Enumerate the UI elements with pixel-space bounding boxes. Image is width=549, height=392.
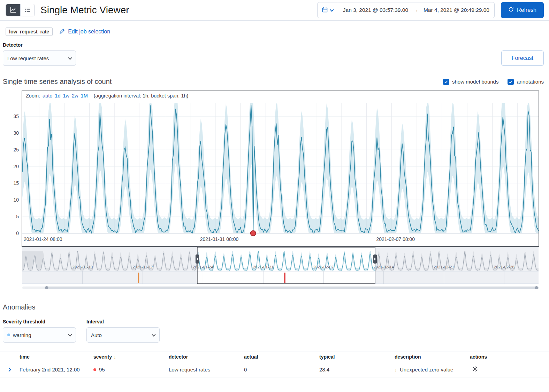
context-tick-label: 2021-02-28	[494, 265, 514, 269]
checkbox-checked-icon	[443, 79, 449, 85]
context-tick-label: 2021-01-10	[72, 265, 93, 269]
checkbox-checked-icon	[508, 79, 514, 85]
y-axis-tick-label: 20	[13, 164, 19, 169]
chart-view-button[interactable]	[6, 4, 20, 16]
table-header-typical[interactable]: typical	[317, 352, 392, 362]
context-tick-label: 2021-02-07	[313, 265, 334, 269]
severity-threshold-label: Severity threshold	[3, 319, 76, 324]
y-axis-tick-label: 0	[16, 230, 19, 236]
severity-warning-dot	[7, 334, 10, 336]
context-navigator-chart[interactable]: 2021-01-102021-01-172021-01-242021-01-31…	[3, 247, 539, 293]
cell-detector: Low request rates	[166, 367, 241, 373]
table-header-actual[interactable]: actual	[241, 352, 317, 362]
chevron-right-icon	[7, 368, 11, 371]
table-view-button[interactable]	[20, 4, 35, 16]
chevron-down-icon	[68, 56, 72, 60]
end-date-button[interactable]: Mar 4, 2021 @ 20:49:29.00	[419, 2, 494, 18]
cell-time: February 2nd 2021, 12:00	[17, 367, 91, 373]
view-toggle	[6, 4, 35, 16]
table-header-expander	[0, 355, 17, 359]
context-tick-label: 2021-02-21	[434, 265, 454, 269]
page-title: Single Metric Viewer	[40, 5, 129, 16]
anomalies-title: Anomalies	[0, 293, 549, 311]
context-anomaly-marker[interactable]	[138, 273, 139, 283]
zoom-option-auto[interactable]: auto	[43, 93, 52, 99]
job-selection-row: low_request_rate Edit job selection	[0, 21, 549, 36]
interval-value: Auto	[91, 332, 102, 338]
x-axis-tick-label: 2021-02-07 08:00	[376, 236, 415, 242]
pencil-icon	[60, 28, 65, 35]
edit-job-selection-label: Edit job selection	[68, 29, 110, 35]
page-header: Single Metric Viewer Jan 3, 2021 @ 03:57…	[0, 0, 549, 21]
job-badge: low_request_rate	[6, 28, 53, 36]
arrow-down-icon: ↓	[395, 367, 397, 373]
annotations-checkbox[interactable]: annotations	[508, 79, 544, 85]
show-model-bounds-label: show model bounds	[452, 79, 498, 85]
row-actions-button[interactable]	[471, 365, 479, 374]
zoom-label: Zoom:	[26, 93, 40, 99]
forecast-button[interactable]: Forecast	[501, 50, 544, 66]
line-chart-icon	[10, 7, 16, 14]
context-tick-label: 2021-01-24	[193, 265, 213, 269]
aggregation-info: (aggregation interval: 1h, bucket span: …	[94, 93, 189, 99]
x-axis-tick-label: 2021-01-31 08:00	[200, 236, 239, 242]
calendar-icon	[322, 7, 328, 14]
time-series-charts: Zoom: auto 1d 1w 2w 1M (aggregation inte…	[3, 91, 539, 293]
y-axis-tick-label: 25	[13, 147, 19, 152]
cell-actual: 0	[241, 367, 317, 373]
start-date-button[interactable]: Jan 3, 2021 @ 03:57:39.00	[338, 2, 413, 18]
date-picker: Jan 3, 2021 @ 03:57:39.00 → Mar 4, 2021 …	[317, 2, 495, 18]
cell-description: ↓ Unexpected zero value	[392, 367, 467, 373]
chevron-down-icon	[152, 332, 155, 336]
detector-label: Detector	[3, 42, 76, 48]
detector-row: Detector Low request rates Forecast	[0, 36, 549, 66]
series-section-title: Single time series analysis of count	[3, 78, 112, 86]
cell-severity: 95	[91, 367, 166, 373]
show-model-bounds-checkbox[interactable]: show model bounds	[443, 79, 498, 85]
severity-critical-dot	[93, 368, 96, 371]
data-table-icon	[24, 7, 31, 14]
cell-typical: 28.4	[317, 367, 392, 373]
refresh-label: Refresh	[517, 7, 536, 13]
row-expand-button[interactable]	[8, 367, 10, 372]
date-range-arrow-icon: →	[413, 7, 419, 13]
severity-threshold-select[interactable]: warning	[3, 327, 76, 343]
edit-job-selection-link[interactable]: Edit job selection	[60, 28, 110, 35]
zoom-option-1w[interactable]: 1w	[63, 93, 69, 99]
table-header-time[interactable]: time	[17, 352, 91, 362]
detector-select[interactable]: Low request rates	[3, 50, 76, 66]
anomalies-table-header: time severity ↓ detector actual typical …	[0, 352, 549, 362]
table-header-description[interactable]: description	[392, 352, 467, 362]
context-scrollbar[interactable]	[45, 287, 539, 289]
context-tick-label: 2021-01-17	[132, 265, 153, 269]
context-tick-label: 2021-01-31	[253, 265, 274, 269]
detector-select-value: Low request rates	[7, 55, 49, 61]
main-time-series-chart[interactable]: 051015202530352021-01-24 08:002021-01-31…	[3, 101, 539, 245]
zoom-option-1M[interactable]: 1M	[81, 93, 88, 99]
gear-icon	[472, 368, 478, 373]
table-header-severity[interactable]: severity ↓	[91, 352, 166, 362]
anomalies-controls: Severity threshold warning Interval Auto	[0, 311, 549, 343]
y-axis-tick-label: 35	[13, 113, 19, 119]
calendar-dropdown-button[interactable]	[318, 2, 338, 18]
y-axis-tick-label: 15	[13, 180, 19, 186]
y-axis-tick-label: 5	[16, 214, 19, 219]
context-tick-label: 2021-02-14	[373, 265, 394, 269]
severity-threshold-value: warning	[13, 332, 31, 338]
table-row: February 2nd 2021, 12:00 95 Low request …	[0, 362, 549, 377]
zoom-option-1d[interactable]: 1d	[55, 93, 60, 99]
zoom-option-2w[interactable]: 2w	[72, 93, 78, 99]
interval-label: Interval	[86, 319, 160, 324]
refresh-button[interactable]: Refresh	[501, 2, 544, 18]
sort-descending-icon: ↓	[114, 354, 116, 360]
scrollbar-knob-right[interactable]	[535, 286, 538, 289]
refresh-icon	[508, 7, 514, 14]
interval-select[interactable]: Auto	[86, 327, 160, 343]
scrollbar-knob-left[interactable]	[45, 286, 48, 289]
chevron-down-icon	[68, 332, 72, 336]
context-anomaly-marker[interactable]	[284, 273, 285, 283]
table-header-actions: actions	[467, 352, 549, 362]
table-header-detector[interactable]: detector	[166, 352, 241, 362]
anomalies-table: time severity ↓ detector actual typical …	[0, 352, 549, 377]
anomaly-marker-dot[interactable]	[251, 231, 256, 236]
